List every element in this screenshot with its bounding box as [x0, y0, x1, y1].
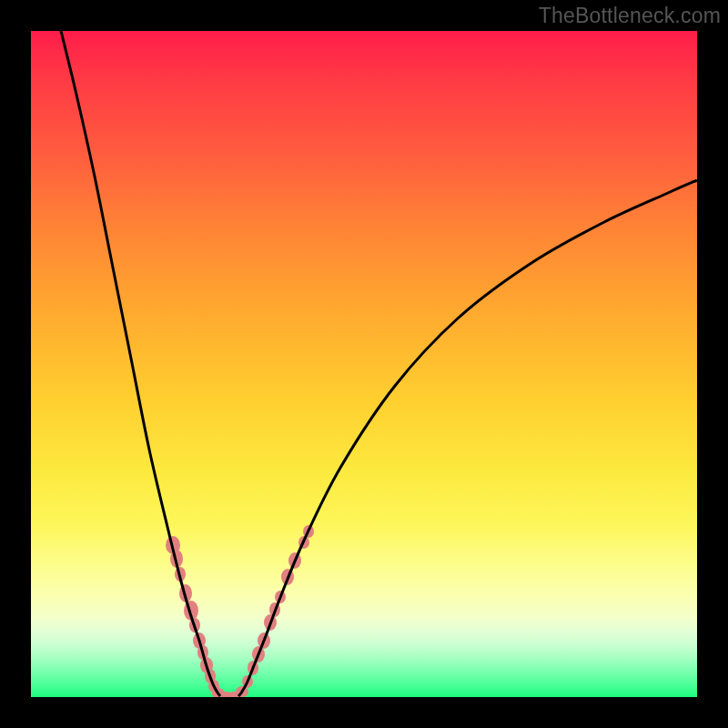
chart-svg — [31, 31, 697, 697]
left-curve — [61, 31, 220, 696]
watermark-text: TheBottleneck.com — [539, 4, 721, 28]
chart-plot-area — [31, 31, 697, 697]
chart-dots-group — [166, 525, 314, 697]
right-curve — [238, 180, 697, 696]
